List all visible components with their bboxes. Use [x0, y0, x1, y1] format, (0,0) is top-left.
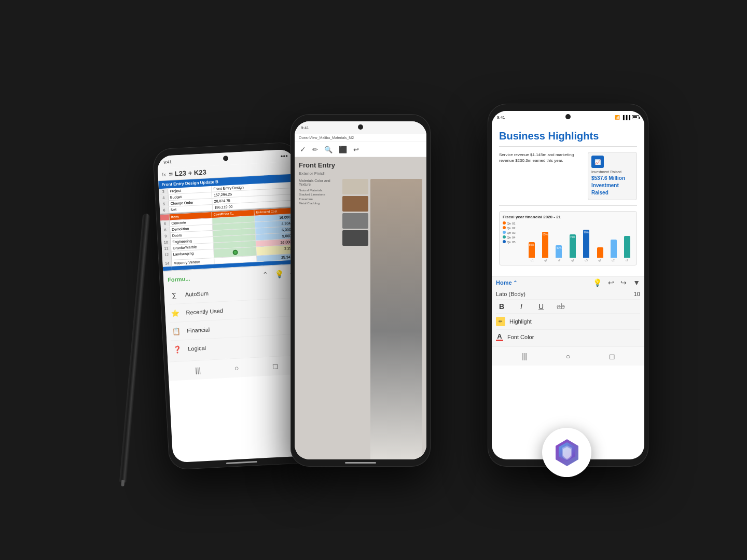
- redo-toolbar-icon[interactable]: ↪: [620, 278, 627, 287]
- time-mid: 9:41: [301, 125, 309, 130]
- ms365-app-icon[interactable]: [542, 428, 591, 477]
- axis-label: df: [620, 259, 633, 262]
- sigma-icon: ∑: [168, 289, 180, 301]
- italic-button[interactable]: I: [516, 302, 527, 311]
- investment-box: 📈 Investment Raised $537.6 Million Inves…: [588, 152, 637, 200]
- bar-group-7: [607, 227, 619, 258]
- recently-used-icon: ⭐: [169, 307, 181, 319]
- bar-label: 40%: [556, 246, 561, 249]
- chart-bars: 50% 85% 40%: [525, 221, 633, 262]
- row-num: 3: [159, 188, 169, 194]
- bar-label: 50%: [529, 243, 534, 246]
- bar: [611, 240, 617, 258]
- undo-icon-ppt[interactable]: ↩: [353, 146, 359, 153]
- bar: [624, 236, 630, 258]
- ppt-filename: OceanView_Malibu_Materials_M2: [299, 136, 354, 139]
- row-num: 9: [161, 233, 171, 239]
- search-icon[interactable]: 🔍: [324, 146, 333, 153]
- status-icons-left: ●●●: [280, 153, 288, 159]
- row-num: 8: [161, 227, 171, 233]
- legend-item: Qtr 03: [503, 231, 523, 234]
- color-bar-red: [496, 340, 503, 341]
- chart-title: Fiscal year financial 2020 - 21: [503, 215, 633, 219]
- underline-button[interactable]: U: [535, 302, 547, 311]
- slide-text: Materials Color and Texture: [299, 179, 340, 186]
- battery-icon: [632, 115, 639, 119]
- img-dark: [342, 230, 368, 246]
- row-num: 4: [159, 194, 169, 201]
- more-toolbar-icon[interactable]: ▼: [633, 278, 640, 287]
- word-content[interactable]: Business Highlights Service revenue $1.1…: [492, 123, 644, 276]
- pen-icon-highlight: ✏: [499, 319, 503, 324]
- main-slide[interactable]: Front Entry Exterior Finish Materials Co…: [295, 157, 426, 459]
- font-row[interactable]: Lato (Body) 10: [496, 289, 640, 300]
- investment-amount: $537.6 Million Investment Raised: [591, 175, 633, 197]
- bar: 85%: [542, 232, 548, 258]
- bold-button[interactable]: B: [496, 302, 507, 311]
- slide-left-panel: Materials Color and Texture Natural Mate…: [299, 179, 340, 459]
- chart-area: Fiscal year financial 2020 - 21 Qtr 01 Q…: [499, 211, 637, 265]
- font-color-row[interactable]: A Font Color: [496, 330, 640, 344]
- excel-cost-grid[interactable]: Item Cost/Price T... Estimated Cost 6 Co…: [160, 206, 299, 271]
- bar: [597, 247, 603, 258]
- bulb-toolbar-icon[interactable]: 💡: [593, 278, 602, 287]
- row-num: 5: [159, 201, 169, 207]
- axis-label: q1: [566, 259, 579, 262]
- toolbar-top-row[interactable]: Home ⌃ 💡 ↩ ↪ ▼: [496, 278, 640, 287]
- fx-label: fx: [162, 172, 166, 177]
- font-size[interactable]: 10: [634, 291, 640, 297]
- row-num: 14: [162, 260, 172, 267]
- screen-icon[interactable]: ⬛: [339, 146, 347, 153]
- nav-home-icon-right[interactable]: ○: [563, 351, 573, 361]
- x-axis: q1 q2 df q1 q5 q1 q2 df: [525, 259, 633, 262]
- check-icon[interactable]: ✓: [300, 145, 306, 153]
- word-toolbar[interactable]: Home ⌃ 💡 ↩ ↪ ▼ Lato (Body) 10: [492, 276, 644, 346]
- legend-dot: [503, 235, 506, 239]
- investment-label: Investment Raised: [591, 170, 633, 174]
- legend-item: Qtr 05: [503, 240, 523, 244]
- bar-label: 75%: [570, 235, 575, 239]
- formula-value: = L23 + K23: [169, 168, 206, 178]
- strikethrough-button[interactable]: ab: [555, 302, 566, 311]
- highlight-row[interactable]: ✏ Highlight: [496, 314, 640, 330]
- slide-building-image: [370, 179, 422, 459]
- ppt-toolbar[interactable]: ✓ ✏ 🔍 ⬛ ↩: [295, 142, 426, 157]
- recently-used-label: Recently Used: [186, 307, 223, 316]
- format-row[interactable]: B I U ab: [496, 300, 640, 314]
- camera-mid: [358, 124, 363, 130]
- highlight-label: Highlight: [509, 318, 532, 325]
- undo-toolbar-icon[interactable]: ↩: [608, 278, 614, 287]
- bar-group-1: 50%: [525, 227, 537, 258]
- financial-label: Financial: [187, 326, 210, 333]
- pen-icon[interactable]: ✏: [312, 146, 318, 153]
- legend-item: Qtr 04: [503, 235, 523, 239]
- excel-bottom-menu[interactable]: Formu... ⌃ 💡 ↩ ∑ AutoSum ⭐ Recently Used: [163, 264, 305, 362]
- legend-dot: [503, 221, 506, 225]
- divider: [499, 146, 637, 147]
- screen-excel: 9:41 ●●● fx = L23 + K23 Front Entry Desi…: [157, 149, 310, 463]
- chart-content: Qtr 01 Qtr 02 Qtr 03 Qtr 04 Qtr 05: [503, 221, 633, 262]
- font-name[interactable]: Lato (Body): [496, 291, 525, 297]
- nav-home-icon[interactable]: ○: [231, 362, 242, 373]
- nav-recent-icon[interactable]: ◻: [270, 360, 281, 371]
- img-metal: [342, 213, 368, 229]
- nav-recent-icon-right[interactable]: ◻: [607, 351, 617, 361]
- axis-label: q2: [539, 259, 552, 262]
- service-text: Service revenue $1.145m and marketing re…: [499, 152, 584, 163]
- axis-label: q1: [525, 259, 539, 262]
- home-bar-mid: [345, 462, 376, 464]
- slide-thumbnails: [342, 179, 368, 459]
- bar-group-8: [621, 227, 633, 258]
- home-tab[interactable]: Home ⌃: [496, 279, 517, 286]
- stylus: [119, 213, 150, 482]
- time-right: 9:41: [497, 115, 505, 120]
- nav-back-icon[interactable]: |||: [192, 365, 203, 375]
- nav-back-icon-right[interactable]: |||: [519, 351, 529, 361]
- bar: 40%: [556, 245, 562, 258]
- font-color-icon: A: [496, 333, 503, 341]
- chevron-icon[interactable]: ⌃: [262, 270, 269, 279]
- bulb-icon[interactable]: 💡: [274, 270, 284, 278]
- bar-label: 85%: [543, 233, 548, 236]
- logical-icon: ❓: [171, 343, 183, 355]
- service-left: Service revenue $1.145m and marketing re…: [499, 152, 584, 200]
